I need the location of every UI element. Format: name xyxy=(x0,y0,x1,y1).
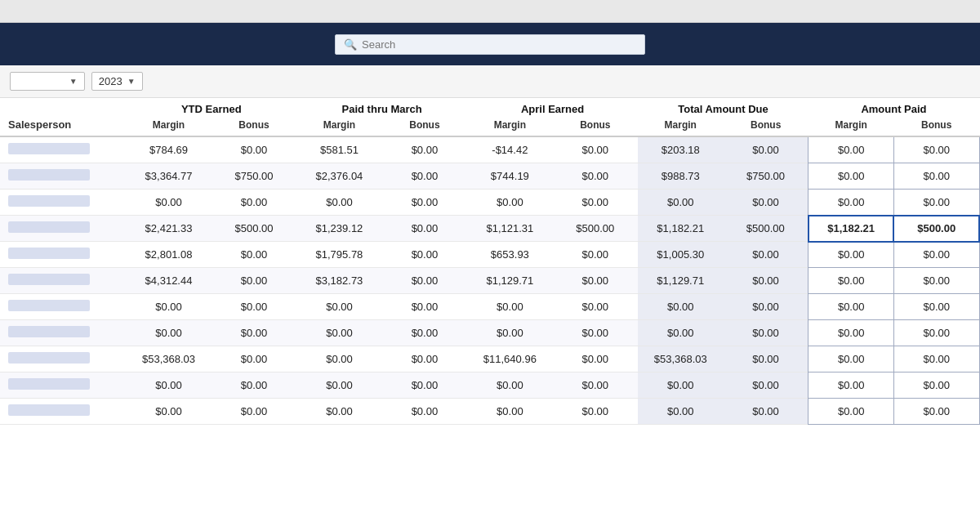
paid-bonus-cell: $0.00 xyxy=(382,268,467,294)
due-margin-cell: $0.00 xyxy=(638,190,723,216)
due-margin-cell: $1,182.21 xyxy=(638,216,723,242)
amtpaid-margin-cell: $0.00 xyxy=(808,242,893,268)
apr-margin-header: Margin xyxy=(467,117,552,136)
apr-bonus-cell: $0.00 xyxy=(553,268,638,294)
salesperson-group-header xyxy=(0,98,126,117)
due-margin-cell: $1,129.71 xyxy=(638,268,723,294)
salesperson-name-cell xyxy=(0,190,126,216)
ytd-margin-cell: $2,801.08 xyxy=(126,242,211,268)
salesperson-name-cell xyxy=(0,320,126,346)
salesperson-name-cell xyxy=(0,268,126,294)
toolbar: ▼ 2023 ▼ xyxy=(0,65,980,98)
ytd-bonus-header: Bonus xyxy=(212,117,296,136)
salesperson-name-cell xyxy=(0,216,126,242)
commission-table: YTD Earned Paid thru March April Earned … xyxy=(0,98,980,425)
due-bonus-cell: $0.00 xyxy=(724,136,808,163)
ytd-bonus-cell: $0.00 xyxy=(212,399,296,425)
amtpaid-bonus-cell: $0.00 xyxy=(893,242,979,268)
nav-bar: 🔍 xyxy=(0,23,980,65)
amtpaid-bonus-cell: $500.00 xyxy=(893,216,979,242)
due-bonus-cell: $500.00 xyxy=(724,216,808,242)
salesperson-name-blur xyxy=(8,378,90,390)
paid-bonus-cell: $0.00 xyxy=(382,136,467,163)
salesperson-name-cell xyxy=(0,163,126,190)
apr-bonus-cell: $0.00 xyxy=(553,294,638,320)
dropdown-filter[interactable]: ▼ xyxy=(10,72,85,91)
paid-margin-cell: $0.00 xyxy=(296,320,381,346)
apr-margin-cell: $0.00 xyxy=(467,399,552,425)
paid-bonus-cell: $0.00 xyxy=(382,216,467,242)
due-bonus-cell: $0.00 xyxy=(724,320,808,346)
due-bonus-cell: $0.00 xyxy=(724,399,808,425)
due-bonus-cell: $0.00 xyxy=(724,268,808,294)
due-bonus-cell: $0.00 xyxy=(724,242,808,268)
due-bonus-cell: $750.00 xyxy=(724,163,808,190)
due-bonus-cell: $0.00 xyxy=(724,190,808,216)
paid-margin-cell: $1,795.78 xyxy=(296,242,381,268)
paid-bonus-cell: $0.00 xyxy=(382,372,467,399)
apr-margin-cell: $0.00 xyxy=(467,320,552,346)
dropdown-arrow-icon: ▼ xyxy=(69,77,78,86)
amtpaid-margin-cell: $0.00 xyxy=(808,346,893,372)
salesperson-name-blur xyxy=(8,169,90,181)
search-input[interactable] xyxy=(362,38,636,51)
apr-margin-cell: $0.00 xyxy=(467,190,552,216)
apr-bonus-cell: $0.00 xyxy=(553,320,638,346)
paid-bonus-cell: $0.00 xyxy=(382,399,467,425)
apr-bonus-cell: $0.00 xyxy=(553,242,638,268)
ytd-margin-cell: $3,364.77 xyxy=(126,163,211,190)
ytd-earned-header: YTD Earned xyxy=(126,98,296,117)
paid-margin-cell: $0.00 xyxy=(296,372,381,399)
table-row: $0.00$0.00$0.00$0.00$0.00$0.00$0.00$0.00… xyxy=(0,320,979,346)
paid-margin-cell: $0.00 xyxy=(296,399,381,425)
search-icon: 🔍 xyxy=(344,38,357,51)
due-margin-cell: $988.73 xyxy=(638,163,723,190)
ytd-bonus-cell: $0.00 xyxy=(212,294,296,320)
due-bonus-cell: $0.00 xyxy=(724,294,808,320)
ytd-bonus-cell: $0.00 xyxy=(212,136,296,163)
year-dropdown[interactable]: 2023 ▼ xyxy=(91,72,143,91)
table-row: $0.00$0.00$0.00$0.00$0.00$0.00$0.00$0.00… xyxy=(0,190,979,216)
apr-bonus-header: Bonus xyxy=(553,117,638,136)
amtpaid-bonus-cell: $0.00 xyxy=(893,163,979,190)
paid-margin-cell: $1,239.12 xyxy=(296,216,381,242)
salesperson-name-cell xyxy=(0,294,126,320)
apr-bonus-cell: $500.00 xyxy=(553,216,638,242)
ytd-bonus-cell: $0.00 xyxy=(212,190,296,216)
salesperson-name-blur xyxy=(8,404,90,416)
amtpaid-bonus-cell: $0.00 xyxy=(893,346,979,372)
paid-bonus-cell: $0.00 xyxy=(382,163,467,190)
apr-bonus-cell: $0.00 xyxy=(553,346,638,372)
paid-bonus-header: Bonus xyxy=(382,117,467,136)
amtpaid-bonus-header: Bonus xyxy=(893,117,979,136)
due-margin-cell: $0.00 xyxy=(638,294,723,320)
due-margin-cell: $1,005.30 xyxy=(638,242,723,268)
ytd-bonus-cell: $0.00 xyxy=(212,346,296,372)
ytd-bonus-cell: $0.00 xyxy=(212,372,296,399)
due-margin-cell: $0.00 xyxy=(638,320,723,346)
paid-margin-cell: $0.00 xyxy=(296,294,381,320)
ytd-margin-cell: $0.00 xyxy=(126,372,211,399)
table-row: $53,368.03$0.00$0.00$0.00$11,640.96$0.00… xyxy=(0,346,979,372)
ytd-bonus-cell: $500.00 xyxy=(212,216,296,242)
due-margin-cell: $203.18 xyxy=(638,136,723,163)
table-container: YTD Earned Paid thru March April Earned … xyxy=(0,98,980,513)
search-box[interactable]: 🔍 xyxy=(335,34,645,55)
paid-bonus-cell: $0.00 xyxy=(382,320,467,346)
salesperson-name-blur xyxy=(8,143,90,154)
ytd-bonus-cell: $0.00 xyxy=(212,242,296,268)
ytd-bonus-cell: $0.00 xyxy=(212,320,296,346)
year-label: 2023 xyxy=(99,75,122,87)
salesperson-name-cell xyxy=(0,242,126,268)
ytd-margin-header: Margin xyxy=(126,117,211,136)
table-body: $784.69$0.00$581.51$0.00-$14.42$0.00$203… xyxy=(0,136,979,425)
ytd-margin-cell: $53,368.03 xyxy=(126,346,211,372)
table-row: $2,421.33$500.00$1,239.12$0.00$1,121.31$… xyxy=(0,216,979,242)
ytd-bonus-cell: $750.00 xyxy=(212,163,296,190)
amtpaid-bonus-cell: $0.00 xyxy=(893,294,979,320)
apr-margin-cell: $11,640.96 xyxy=(467,346,552,372)
ytd-margin-cell: $0.00 xyxy=(126,190,211,216)
apr-bonus-cell: $0.00 xyxy=(553,163,638,190)
table-row: $3,364.77$750.00$2,376.04$0.00$744.19$0.… xyxy=(0,163,979,190)
apr-margin-cell: $1,121.31 xyxy=(467,216,552,242)
